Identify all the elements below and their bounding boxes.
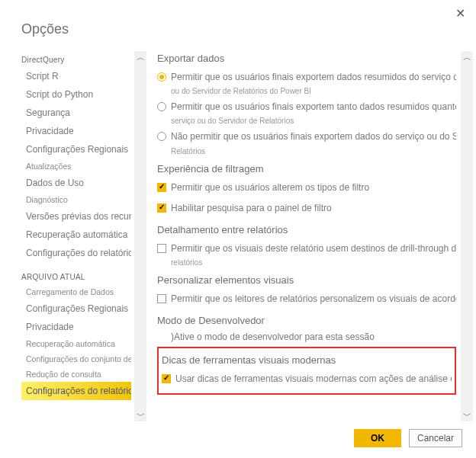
sidebar-item-label: Configurações Regionais xyxy=(26,303,128,314)
sidebar-item-label: Configurações Regionais xyxy=(26,144,128,155)
section-personalize-title: Personalizar elementos visuais xyxy=(157,270,456,290)
dialog-title: Opções xyxy=(0,0,476,45)
sidebar-scroll-down-icon[interactable]: ﹀ xyxy=(134,409,146,421)
sidebar-scroll-up-icon[interactable]: ︿ xyxy=(134,51,146,63)
sidebar-item-script-r[interactable]: Script R xyxy=(21,67,131,85)
sidebar-item-label: Atualizações xyxy=(26,162,72,171)
option-sublabel: relatórios xyxy=(157,257,456,270)
option-label: Permitir que os usuários finais exportem… xyxy=(171,101,456,113)
sidebar-item-config-regionais-2[interactable]: Configurações Regionais xyxy=(21,299,131,318)
checkbox-icon[interactable] xyxy=(157,203,166,213)
sidebar-section-arquivo-atual: ARQUIVO ATUAL xyxy=(21,262,131,284)
filter-enable-search[interactable]: Habilitar pesquisa para o painel de filt… xyxy=(157,196,456,216)
sidebar-item-diagnostico[interactable]: Diagnóstico xyxy=(21,192,131,207)
ok-button[interactable]: OK xyxy=(354,429,401,447)
sidebar-item-label: Configurações do relatório xyxy=(26,248,131,258)
option-sublabel: Relatórios xyxy=(157,146,456,159)
cancel-button[interactable]: Cancelar xyxy=(409,429,462,447)
option-label: Habilitar pesquisa para o painel de filt… xyxy=(171,202,332,214)
sidebar-item-seguranca[interactable]: Segurança xyxy=(21,104,131,122)
radio-icon[interactable] xyxy=(157,102,166,111)
checkbox-icon[interactable] xyxy=(162,374,171,383)
sidebar-item-script-python[interactable]: Script do Python xyxy=(21,85,131,104)
sidebar-item-label: Privacidade xyxy=(26,322,74,332)
sidebar-item-label: Versões prévias dos recursos xyxy=(26,211,131,222)
export-option-both[interactable]: Permitir que os usuários finais exportem… xyxy=(157,98,456,115)
sidebar-item-config-relatorio-2[interactable]: Configurações do relatório xyxy=(21,382,131,400)
main-scrollbar-track[interactable] xyxy=(461,51,473,421)
main-scroll-down-icon[interactable]: ﹀ xyxy=(461,409,473,421)
option-label: Permitir que os leitores de relatórios p… xyxy=(171,293,456,305)
sidebar-item-reducao-consulta[interactable]: Redução de consulta xyxy=(21,367,131,382)
drill-allow-cross[interactable]: Permitir que os visuais deste relatório … xyxy=(157,240,456,257)
sidebar-item-recup-auto[interactable]: Recuperação automática xyxy=(21,226,131,244)
sidebar-item-recup-auto-2[interactable]: Recuperação automática xyxy=(21,336,131,351)
sidebar-item-label: Redução de consulta xyxy=(26,370,101,379)
section-tooltip-title: Dicas de ferramentas visuais modernas xyxy=(162,353,452,370)
checkbox-icon[interactable] xyxy=(157,294,166,303)
radio-icon[interactable] xyxy=(157,132,166,141)
main-panel: ︿ ﹀ Exportar dados Permitir que os usuár… xyxy=(146,51,476,421)
export-option-none[interactable]: Não permitir que os usuários finais expo… xyxy=(157,128,456,145)
checkbox-icon[interactable] xyxy=(157,183,166,192)
option-label: Não permitir que os usuários finais expo… xyxy=(171,130,456,143)
sidebar-item-label: Segurança xyxy=(26,107,70,118)
sidebar-item-carregamento-dados[interactable]: Carregamento de Dados xyxy=(21,284,131,299)
sidebar-item-label: Script do Python xyxy=(26,89,93,100)
sidebar-item-config-relatorio[interactable]: Configurações do relatório xyxy=(21,244,131,262)
option-label: Permitir que os visuais deste relatório … xyxy=(171,242,456,255)
sidebar-item-privacidade[interactable]: Privacidade xyxy=(21,122,131,140)
checkbox-icon[interactable] xyxy=(157,244,166,253)
sidebar-section-directquery: DirectQuery xyxy=(21,51,131,67)
option-label: Permitir que os usuários alterem os tipo… xyxy=(171,181,369,194)
option-sublabel: serviço ou do Servidor de Relatórios xyxy=(157,115,456,128)
close-icon[interactable]: ✕ xyxy=(455,6,465,21)
option-sublabel: ou do Servidor de Relatórios do Power BI xyxy=(157,85,456,98)
sidebar: ︿ ﹀ DirectQuery Script R Script do Pytho… xyxy=(21,51,146,421)
sidebar-item-label: Recuperação automática xyxy=(26,229,127,240)
sidebar-item-label: Configurações do relatório xyxy=(26,386,131,396)
sidebar-scrollbar-track[interactable] xyxy=(134,51,146,421)
sidebar-item-privacidade-2[interactable]: Privacidade xyxy=(21,318,131,336)
section-dev-title: Modo de Desenvolvedor xyxy=(157,307,456,331)
sidebar-item-config-regionais[interactable]: Configurações Regionais xyxy=(21,140,131,159)
sidebar-item-label: Diagnóstico xyxy=(26,195,68,204)
option-label: Permitir que os usuários finais exportem… xyxy=(171,71,456,83)
radio-icon[interactable] xyxy=(157,72,166,82)
section-drill-title: Detalhamento entre relatórios xyxy=(157,216,456,240)
options-dialog: ✕ Opções ︿ ﹀ DirectQuery Script R Script… xyxy=(0,0,476,458)
sidebar-item-label: Configurações do conjunto de dados publi… xyxy=(26,354,131,364)
section-filter-title: Experiência de filtragem xyxy=(157,159,456,179)
sidebar-item-conjunto-dados[interactable]: Configurações do conjunto de dados publi… xyxy=(21,351,131,367)
personalize-allow[interactable]: Permitir que os leitores de relatórios p… xyxy=(157,290,456,307)
sidebar-item-label: Privacidade xyxy=(26,126,74,136)
sidebar-item-versoes-previas[interactable]: Versões prévias dos recursos xyxy=(21,207,131,226)
tooltip-modern-checkbox[interactable]: Usar dicas de ferramentas visuais modern… xyxy=(162,370,452,387)
sidebar-item-dados-uso[interactable]: Dados de Uso xyxy=(21,174,131,192)
dialog-footer: OK Cancelar xyxy=(0,421,476,458)
section-export-title: Exportar dados xyxy=(157,51,456,69)
sidebar-item-label: Carregamento de Dados xyxy=(26,287,114,296)
main-scroll-up-icon[interactable]: ︿ xyxy=(461,51,473,63)
option-label: Usar dicas de ferramentas visuais modern… xyxy=(175,373,452,385)
export-option-summary[interactable]: Permitir que os usuários finais exportem… xyxy=(157,69,456,85)
highlight-box: Dicas de ferramentas visuais modernas Us… xyxy=(157,347,456,395)
dialog-content: ︿ ﹀ DirectQuery Script R Script do Pytho… xyxy=(0,45,476,421)
sidebar-item-label: Script R xyxy=(26,71,59,82)
sidebar-item-atualizacoes[interactable]: Atualizações xyxy=(21,159,131,174)
dev-mode-text: )Ative o modo de desenvolvedor para esta… xyxy=(157,331,456,343)
filter-allow-change-types[interactable]: Permitir que os usuários alterem os tipo… xyxy=(157,179,456,196)
sidebar-item-label: Recuperação automática xyxy=(26,339,115,348)
sidebar-item-label: Dados de Uso xyxy=(26,178,84,188)
